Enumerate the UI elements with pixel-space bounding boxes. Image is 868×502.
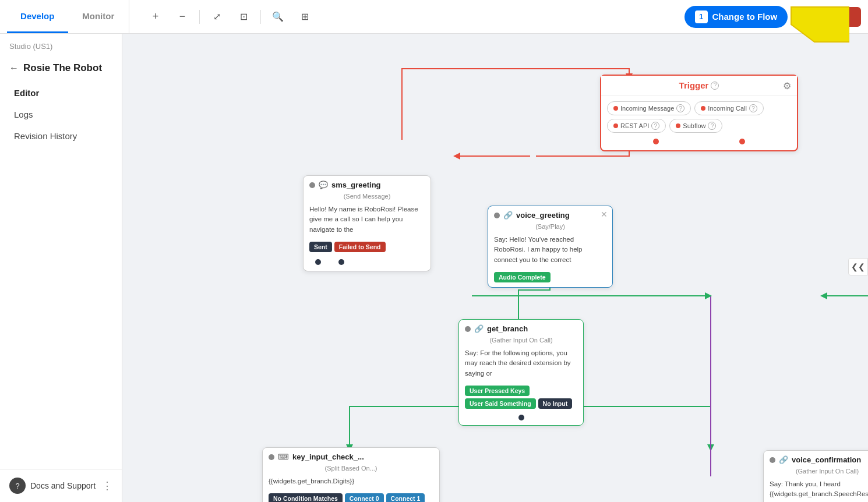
sidebar-item-revision-history[interactable]: Revision History <box>0 125 122 147</box>
publish-button[interactable]: Publish <box>795 7 861 27</box>
back-icon[interactable]: ← <box>9 63 19 73</box>
trigger-tag-subflow[interactable]: Subflow ? <box>669 119 722 133</box>
voice-greeting-dot <box>494 213 500 218</box>
info-icon-call[interactable]: ? <box>749 104 757 112</box>
trigger-tag-incoming-message[interactable]: Incoming Message ? <box>607 101 691 115</box>
tab-monitor[interactable]: Monitor <box>68 0 129 33</box>
trigger-tag-dot-4 <box>676 123 680 128</box>
trigger-tag-label: Incoming Message <box>620 105 674 112</box>
voice-confirmation-body: Say: Thank you, I heard {{widgets.get_br… <box>764 477 868 502</box>
trigger-node: Trigger ? ⚙ Incoming Message ? Incoming … <box>600 75 798 151</box>
get-branch-dot <box>465 326 471 332</box>
voice-icon: 🔗 <box>503 211 513 220</box>
voice-greeting-title: voice_greeting <box>516 211 570 220</box>
trigger-tag-dot-3 <box>613 123 618 128</box>
tag-audio-complete: Audio Complete <box>494 272 551 282</box>
get-branch-header: 🔗 get_branch <box>459 320 583 335</box>
tag-no-condition: No Condition Matches <box>269 493 343 502</box>
get-branch-subtitle: (Gather Input On Call) <box>459 335 583 346</box>
voice-confirmation-subtitle: (Gather Input On Call) <box>764 466 868 477</box>
key-input-check-title: key_input_check_... <box>292 452 364 461</box>
add-button[interactable]: + <box>143 5 168 29</box>
voice-confirmation-header: 🔗 voice_confirmation <box>764 451 868 466</box>
change-to-flow-button[interactable]: 1 Change to Flow <box>684 6 788 28</box>
key-icon: ⌨ <box>278 452 289 461</box>
collapse-button[interactable]: ❮❮ <box>848 258 868 275</box>
sms-greeting-body: Hello! My name is RoboRosi! Please give … <box>304 202 431 239</box>
bot-name: Rosie The Robot <box>23 62 102 74</box>
search-button[interactable]: 🔍 <box>266 5 290 29</box>
sms-greeting-tags: Sent Failed to Send <box>304 239 431 257</box>
tag-sent: Sent <box>309 242 332 252</box>
voice-greeting-body: Say: Hello! You've reached RoboRosi. I a… <box>488 232 612 270</box>
table-button[interactable]: ⊞ <box>292 5 317 29</box>
tag-connect-0: Connect 0 <box>345 493 384 502</box>
tag-user-said-something: User Said Something <box>465 398 536 409</box>
top-bar: Develop Monitor + − ⤢ ⊡ 🔍 ⊞ 1 Change to … <box>0 0 868 34</box>
sms-greeting-node: 💬 sms_greeting (Send Message) Hello! My … <box>303 175 431 271</box>
tag-connect-1: Connect 1 <box>386 493 425 502</box>
voice-greeting-tags: Audio Complete <box>488 270 612 287</box>
sms-icon: 💬 <box>319 181 328 189</box>
trigger-header: Trigger ? ⚙ <box>601 76 797 96</box>
docs-label[interactable]: Docs and Support <box>30 481 97 490</box>
sidebar-nav: Editor Logs Revision History <box>0 82 122 147</box>
voice-confirmation-dot <box>770 457 775 463</box>
toolbar: + − ⤢ ⊡ 🔍 ⊞ <box>134 5 317 29</box>
grid-button[interactable]: ⊡ <box>231 5 256 29</box>
info-icon-subflow[interactable]: ? <box>708 122 716 130</box>
get-branch-icon: 🔗 <box>474 324 484 333</box>
zoom-out-button[interactable]: − <box>170 5 195 29</box>
tag-failed-to-send: Failed to Send <box>334 242 386 252</box>
voice-greeting-subtitle: (Say/Play) <box>488 222 612 232</box>
trigger-tag-rest-api[interactable]: REST API ? <box>607 119 666 133</box>
sidebar-item-logs[interactable]: Logs <box>0 104 122 125</box>
trigger-gear-icon[interactable]: ⚙ <box>783 80 791 91</box>
docs-icon: ? <box>9 478 26 494</box>
voice-confirmation-title: voice_confirmation <box>792 455 861 464</box>
canvas-area[interactable]: Trigger ? ⚙ Incoming Message ? Incoming … <box>122 34 868 502</box>
close-icon[interactable]: ✕ <box>601 210 608 219</box>
toolbar-separator-2 <box>260 10 261 24</box>
trigger-info-icon[interactable]: ? <box>711 82 719 90</box>
trigger-tag-label-2: Incoming Call <box>708 105 747 112</box>
sms-greeting-subtitle: (Send Message) <box>304 192 431 202</box>
key-input-check-header: ⌨ key_input_check_... <box>263 448 439 464</box>
voice-confirmation-icon: 🔗 <box>779 455 788 464</box>
sidebar-footer: ? Docs and Support ⋮ <box>0 469 122 502</box>
voice-greeting-header: 🔗 voice_greeting <box>488 206 612 222</box>
studio-label: Studio (US1) <box>0 34 122 59</box>
get-branch-body: Say: For the following options, you may … <box>459 346 583 383</box>
main-area: Studio (US1) ← Rosie The Robot Editor Lo… <box>0 34 868 502</box>
trigger-tag-dot-2 <box>701 106 705 111</box>
voice-greeting-node: ✕ 🔗 voice_greeting (Say/Play) Say: Hello… <box>488 206 613 288</box>
flow-icon: 1 <box>695 10 708 23</box>
trigger-tag-dot <box>613 106 618 111</box>
sidebar: Studio (US1) ← Rosie The Robot Editor Lo… <box>0 34 122 502</box>
tag-no-input: No Input <box>538 398 573 409</box>
trigger-tag-label-3: REST API <box>620 122 649 129</box>
tab-develop[interactable]: Develop <box>7 0 68 33</box>
info-icon-msg[interactable]: ? <box>676 104 684 112</box>
key-input-check-dot <box>269 454 274 460</box>
key-input-check-tags: No Condition Matches Connect 0 Connect 1… <box>263 491 439 502</box>
toolbar-separator <box>199 10 200 24</box>
fit-button[interactable]: ⤢ <box>204 5 229 29</box>
bot-name-section: ← Rosie The Robot <box>0 59 122 82</box>
get-branch-title: get_branch <box>487 324 528 333</box>
sidebar-item-editor[interactable]: Editor <box>0 82 122 104</box>
get-branch-tags: User Pressed Keys User Said Something No… <box>459 383 583 413</box>
sms-greeting-dot <box>309 182 315 188</box>
trigger-tag-label-4: Subflow <box>683 122 705 129</box>
change-to-flow-label: Change to Flow <box>712 12 778 22</box>
key-input-check-node: ⌨ key_input_check_... (Split Based On...… <box>262 447 440 502</box>
trigger-tag-incoming-call[interactable]: Incoming Call ? <box>694 101 764 115</box>
key-input-check-body: {{widgets.get_branch.Digits}} <box>263 474 439 491</box>
voice-confirmation-node: 🔗 voice_confirmation (Gather Input On Ca… <box>763 450 868 502</box>
sms-greeting-title: sms_greeting <box>331 181 381 189</box>
tag-user-pressed-keys: User Pressed Keys <box>465 386 530 396</box>
trigger-tags: Incoming Message ? Incoming Call ? REST … <box>601 96 797 139</box>
sms-greeting-header: 💬 sms_greeting <box>304 176 431 192</box>
info-icon-rest[interactable]: ? <box>651 122 659 130</box>
footer-menu-icon[interactable]: ⋮ <box>102 479 112 492</box>
